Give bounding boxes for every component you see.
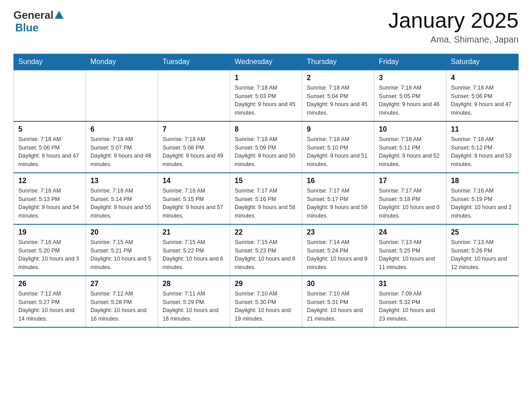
calendar-cell: 6Sunrise: 7:18 AMSunset: 5:07 PMDaylight…: [86, 121, 158, 173]
calendar-cell: 23Sunrise: 7:14 AMSunset: 5:24 PMDayligh…: [302, 224, 374, 276]
calendar-cell: 17Sunrise: 7:17 AMSunset: 5:18 PMDayligh…: [374, 173, 446, 224]
calendar-cell: 8Sunrise: 7:18 AMSunset: 5:09 PMDaylight…: [230, 121, 302, 173]
day-info: Sunrise: 7:10 AMSunset: 5:30 PMDaylight:…: [235, 290, 297, 323]
calendar-week-3: 19Sunrise: 7:16 AMSunset: 5:20 PMDayligh…: [14, 224, 519, 276]
day-info: Sunrise: 7:18 AMSunset: 5:03 PMDaylight:…: [235, 84, 297, 117]
calendar-cell: 28Sunrise: 7:11 AMSunset: 5:29 PMDayligh…: [158, 276, 230, 327]
calendar-cell: 11Sunrise: 7:18 AMSunset: 5:12 PMDayligh…: [446, 121, 519, 173]
calendar-cell: 5Sunrise: 7:18 AMSunset: 5:06 PMDaylight…: [14, 121, 86, 173]
day-info: Sunrise: 7:18 AMSunset: 5:06 PMDaylight:…: [18, 135, 81, 169]
day-header-saturday: Saturday: [446, 54, 519, 70]
day-number: 24: [379, 228, 442, 236]
day-info: Sunrise: 7:18 AMSunset: 5:09 PMDaylight:…: [235, 135, 297, 169]
logo-blue-text: Blue: [15, 21, 39, 34]
day-info: Sunrise: 7:17 AMSunset: 5:16 PMDaylight:…: [235, 187, 297, 220]
calendar-header-row: SundayMondayTuesdayWednesdayThursdayFrid…: [14, 54, 519, 70]
day-number: 2: [307, 74, 369, 82]
calendar-cell: 19Sunrise: 7:16 AMSunset: 5:20 PMDayligh…: [14, 224, 86, 276]
day-header-tuesday: Tuesday: [158, 54, 230, 70]
day-info: Sunrise: 7:18 AMSunset: 5:04 PMDaylight:…: [307, 84, 369, 117]
calendar-week-0: 1Sunrise: 7:18 AMSunset: 5:03 PMDaylight…: [14, 70, 519, 121]
calendar-cell: 10Sunrise: 7:18 AMSunset: 5:11 PMDayligh…: [374, 121, 446, 173]
day-number: 29: [235, 280, 297, 288]
day-number: 12: [18, 177, 81, 185]
calendar-cell: 15Sunrise: 7:17 AMSunset: 5:16 PMDayligh…: [230, 173, 302, 224]
day-number: 10: [379, 125, 442, 133]
calendar-cell: 2Sunrise: 7:18 AMSunset: 5:04 PMDaylight…: [302, 70, 374, 121]
logo: General Blue: [13, 9, 64, 34]
calendar-cell: 22Sunrise: 7:15 AMSunset: 5:23 PMDayligh…: [230, 224, 302, 276]
day-number: 16: [307, 177, 369, 185]
day-info: Sunrise: 7:18 AMSunset: 5:14 PMDaylight:…: [90, 187, 153, 220]
calendar-cell: 14Sunrise: 7:18 AMSunset: 5:15 PMDayligh…: [158, 173, 230, 224]
day-info: Sunrise: 7:18 AMSunset: 5:10 PMDaylight:…: [307, 135, 369, 169]
day-number: 14: [163, 177, 225, 185]
month-title: January 2025: [388, 9, 519, 33]
day-info: Sunrise: 7:15 AMSunset: 5:22 PMDaylight:…: [163, 238, 225, 272]
location: Ama, Shimane, Japan: [388, 34, 519, 45]
page-header: General Blue January 2025 Ama, Shimane, …: [13, 9, 519, 45]
logo-general-text: General: [13, 9, 53, 21]
day-info: Sunrise: 7:17 AMSunset: 5:18 PMDaylight:…: [379, 187, 442, 220]
calendar-cell: 12Sunrise: 7:18 AMSunset: 5:13 PMDayligh…: [14, 173, 86, 224]
calendar-cell: 1Sunrise: 7:18 AMSunset: 5:03 PMDaylight…: [230, 70, 302, 121]
calendar-cell: [158, 70, 230, 121]
day-info: Sunrise: 7:13 AMSunset: 5:25 PMDaylight:…: [379, 238, 442, 272]
day-number: 18: [451, 177, 514, 185]
day-number: 31: [379, 280, 442, 288]
day-header-monday: Monday: [86, 54, 158, 70]
day-number: 22: [235, 228, 297, 236]
day-header-friday: Friday: [374, 54, 446, 70]
calendar-cell: 16Sunrise: 7:17 AMSunset: 5:17 PMDayligh…: [302, 173, 374, 224]
day-info: Sunrise: 7:18 AMSunset: 5:13 PMDaylight:…: [18, 187, 81, 220]
calendar-cell: 30Sunrise: 7:10 AMSunset: 5:31 PMDayligh…: [302, 276, 374, 327]
day-info: Sunrise: 7:15 AMSunset: 5:23 PMDaylight:…: [235, 238, 297, 272]
calendar-cell: 20Sunrise: 7:15 AMSunset: 5:21 PMDayligh…: [86, 224, 158, 276]
calendar-cell: 21Sunrise: 7:15 AMSunset: 5:22 PMDayligh…: [158, 224, 230, 276]
day-number: 7: [163, 125, 225, 133]
calendar-cell: [86, 70, 158, 121]
day-number: 17: [379, 177, 442, 185]
day-info: Sunrise: 7:09 AMSunset: 5:32 PMDaylight:…: [379, 290, 442, 323]
day-number: 23: [307, 228, 369, 236]
calendar-cell: [446, 276, 519, 327]
day-number: 11: [451, 125, 514, 133]
day-number: 21: [163, 228, 225, 236]
calendar-table: SundayMondayTuesdayWednesdayThursdayFrid…: [13, 54, 519, 328]
calendar-cell: 18Sunrise: 7:16 AMSunset: 5:19 PMDayligh…: [446, 173, 519, 224]
day-info: Sunrise: 7:18 AMSunset: 5:07 PMDaylight:…: [90, 135, 153, 169]
day-number: 19: [18, 228, 81, 236]
day-info: Sunrise: 7:18 AMSunset: 5:15 PMDaylight:…: [163, 187, 225, 220]
day-number: 8: [235, 125, 297, 133]
calendar-cell: 9Sunrise: 7:18 AMSunset: 5:10 PMDaylight…: [302, 121, 374, 173]
day-number: 27: [90, 280, 153, 288]
day-number: 3: [379, 74, 442, 82]
day-number: 5: [18, 125, 81, 133]
day-info: Sunrise: 7:18 AMSunset: 5:12 PMDaylight:…: [451, 135, 514, 169]
calendar-cell: 24Sunrise: 7:13 AMSunset: 5:25 PMDayligh…: [374, 224, 446, 276]
calendar-cell: [14, 70, 86, 121]
day-info: Sunrise: 7:13 AMSunset: 5:26 PMDaylight:…: [451, 238, 514, 272]
calendar-cell: 7Sunrise: 7:18 AMSunset: 5:08 PMDaylight…: [158, 121, 230, 173]
calendar-cell: 26Sunrise: 7:12 AMSunset: 5:27 PMDayligh…: [14, 276, 86, 327]
day-info: Sunrise: 7:18 AMSunset: 5:11 PMDaylight:…: [379, 135, 442, 169]
day-number: 20: [90, 228, 153, 236]
calendar-week-4: 26Sunrise: 7:12 AMSunset: 5:27 PMDayligh…: [14, 276, 519, 327]
day-info: Sunrise: 7:16 AMSunset: 5:19 PMDaylight:…: [451, 187, 514, 220]
calendar-week-1: 5Sunrise: 7:18 AMSunset: 5:06 PMDaylight…: [14, 121, 519, 173]
day-number: 1: [235, 74, 297, 82]
day-info: Sunrise: 7:11 AMSunset: 5:29 PMDaylight:…: [163, 290, 225, 323]
day-info: Sunrise: 7:17 AMSunset: 5:17 PMDaylight:…: [307, 187, 369, 220]
calendar-cell: 3Sunrise: 7:18 AMSunset: 5:05 PMDaylight…: [374, 70, 446, 121]
calendar-cell: 29Sunrise: 7:10 AMSunset: 5:30 PMDayligh…: [230, 276, 302, 327]
day-info: Sunrise: 7:18 AMSunset: 5:08 PMDaylight:…: [163, 135, 225, 169]
day-info: Sunrise: 7:18 AMSunset: 5:06 PMDaylight:…: [451, 84, 514, 117]
day-number: 4: [451, 74, 514, 82]
calendar-cell: 13Sunrise: 7:18 AMSunset: 5:14 PMDayligh…: [86, 173, 158, 224]
calendar-cell: 31Sunrise: 7:09 AMSunset: 5:32 PMDayligh…: [374, 276, 446, 327]
svg-marker-0: [55, 11, 64, 19]
calendar-week-2: 12Sunrise: 7:18 AMSunset: 5:13 PMDayligh…: [14, 173, 519, 224]
day-info: Sunrise: 7:10 AMSunset: 5:31 PMDaylight:…: [307, 290, 369, 323]
title-area: January 2025 Ama, Shimane, Japan: [388, 9, 519, 45]
day-header-thursday: Thursday: [302, 54, 374, 70]
